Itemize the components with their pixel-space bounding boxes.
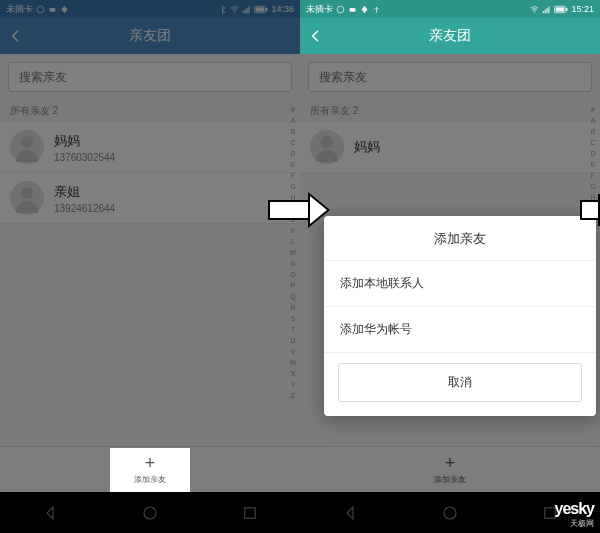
- index-letter[interactable]: R: [288, 302, 298, 313]
- huawei-icon: [60, 5, 69, 14]
- index-letter[interactable]: Q: [288, 291, 298, 302]
- sync-icon: [336, 5, 345, 14]
- battery-icon: [254, 5, 268, 14]
- add-friend-button[interactable]: + 添加亲友: [110, 448, 190, 492]
- index-letter[interactable]: N: [288, 258, 298, 269]
- status-bar: 未插卡 14:36: [0, 0, 300, 18]
- plus-icon: +: [145, 454, 156, 472]
- content-area: 所有亲友 2 妈妈 #ABCDEFGHIJKLMNOPQRSTUVWXYZ 添加…: [300, 54, 600, 492]
- carrier-text: 未插卡: [306, 3, 333, 16]
- nav-home-icon[interactable]: [441, 504, 459, 522]
- phone-right: 未插卡 15:21 亲友团 所有亲友 2: [300, 0, 600, 533]
- svg-rect-6: [249, 6, 250, 13]
- nav-back-icon[interactable]: [341, 504, 359, 522]
- index-letter[interactable]: X: [288, 368, 298, 379]
- svg-rect-3: [243, 11, 244, 13]
- svg-rect-17: [547, 8, 548, 13]
- add-label: 添加亲友: [134, 474, 166, 485]
- search-input[interactable]: [308, 62, 592, 92]
- index-letter[interactable]: Y: [288, 379, 298, 390]
- index-letter[interactable]: O: [288, 269, 298, 280]
- index-letter[interactable]: Z: [288, 390, 298, 401]
- index-letter[interactable]: V: [288, 346, 298, 357]
- index-letter[interactable]: A: [288, 115, 298, 126]
- svg-rect-5: [247, 8, 248, 13]
- index-bar[interactable]: #ABCDEFGHIJKLMNOPQRSTUVWXYZ: [288, 104, 298, 401]
- svg-point-10: [144, 507, 156, 519]
- upload-icon: [372, 5, 381, 14]
- wifi-icon: [230, 5, 239, 14]
- back-icon[interactable]: [308, 28, 324, 44]
- nav-recent-icon[interactable]: [241, 504, 259, 522]
- svg-rect-4: [245, 9, 246, 13]
- index-letter[interactable]: U: [288, 335, 298, 346]
- index-letter[interactable]: G: [588, 181, 598, 192]
- index-letter[interactable]: #: [588, 104, 598, 115]
- section-label: 所有亲友 2: [300, 100, 600, 122]
- add-friend-button[interactable]: + 添加亲友: [410, 448, 490, 492]
- dialog-title: 添加亲友: [324, 216, 596, 261]
- status-bar: 未插卡 15:21: [300, 0, 600, 18]
- index-letter[interactable]: E: [288, 159, 298, 170]
- index-letter[interactable]: F: [288, 170, 298, 181]
- search-input[interactable]: [8, 62, 292, 92]
- index-letter[interactable]: B: [288, 126, 298, 137]
- index-letter[interactable]: L: [288, 236, 298, 247]
- title-bar: 亲友团: [0, 18, 300, 54]
- page-title: 亲友团: [429, 27, 471, 45]
- index-letter[interactable]: C: [588, 137, 598, 148]
- dialog-add-huawei[interactable]: 添加华为帐号: [324, 307, 596, 353]
- phone-left: 未插卡 14:36 亲友团 所有亲友 2: [0, 0, 300, 533]
- svg-rect-16: [545, 9, 546, 13]
- svg-point-14: [534, 11, 535, 12]
- battery-icon: [554, 5, 568, 14]
- contact-row[interactable]: 亲姐 13924612644: [0, 173, 300, 224]
- cloud-icon: [48, 5, 57, 14]
- index-letter[interactable]: K: [288, 225, 298, 236]
- index-letter[interactable]: W: [288, 357, 298, 368]
- contact-name: 妈妈: [354, 138, 590, 156]
- back-icon[interactable]: [8, 28, 24, 44]
- index-letter[interactable]: T: [288, 324, 298, 335]
- svg-rect-13: [350, 8, 356, 12]
- add-friend-dialog: 添加亲友 添加本地联系人 添加华为帐号 取消: [324, 216, 596, 416]
- index-letter[interactable]: #: [288, 104, 298, 115]
- carrier-text: 未插卡: [6, 3, 33, 16]
- svg-rect-21: [566, 7, 568, 10]
- contact-row[interactable]: 妈妈 13760302544: [0, 122, 300, 173]
- dialog-add-local[interactable]: 添加本地联系人: [324, 261, 596, 307]
- index-letter[interactable]: F: [588, 170, 598, 181]
- time-text: 14:36: [271, 4, 294, 14]
- index-letter[interactable]: E: [588, 159, 598, 170]
- index-letter[interactable]: C: [288, 137, 298, 148]
- index-letter[interactable]: P: [288, 280, 298, 291]
- index-letter[interactable]: D: [588, 148, 598, 159]
- contact-phone: 13760302544: [54, 152, 290, 163]
- nav-home-icon[interactable]: [141, 504, 159, 522]
- huawei-icon: [360, 5, 369, 14]
- svg-rect-20: [556, 7, 565, 11]
- section-label: 所有亲友 2: [0, 100, 300, 122]
- index-letter[interactable]: B: [588, 126, 598, 137]
- time-text: 15:21: [571, 4, 594, 14]
- contact-name: 妈妈: [54, 132, 290, 150]
- contact-row[interactable]: 妈妈: [300, 122, 600, 173]
- nav-back-icon[interactable]: [41, 504, 59, 522]
- index-letter[interactable]: G: [288, 181, 298, 192]
- avatar: [310, 130, 344, 164]
- dialog-cancel-button[interactable]: 取消: [338, 363, 582, 402]
- index-letter[interactable]: S: [288, 313, 298, 324]
- title-bar: 亲友团: [300, 18, 600, 54]
- svg-rect-9: [266, 7, 268, 10]
- index-letter[interactable]: M: [288, 247, 298, 258]
- bluetooth-icon: [218, 5, 227, 14]
- cloud-icon: [348, 5, 357, 14]
- index-letter[interactable]: D: [288, 148, 298, 159]
- svg-rect-18: [549, 6, 550, 13]
- svg-rect-8: [256, 7, 265, 11]
- signal-icon: [542, 5, 551, 14]
- index-letter[interactable]: A: [588, 115, 598, 126]
- arrow-annotation-2: [580, 194, 600, 226]
- svg-point-2: [234, 11, 235, 12]
- add-label: 添加亲友: [434, 474, 466, 485]
